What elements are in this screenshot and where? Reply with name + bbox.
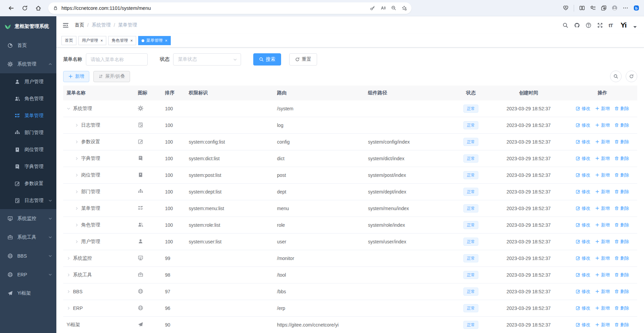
favorites-icon[interactable] xyxy=(590,5,596,11)
yi-account-logo[interactable]: Yi xyxy=(621,21,626,29)
password-key-icon[interactable] xyxy=(370,5,375,11)
add-action[interactable]: 新增 xyxy=(595,122,610,128)
home-icon[interactable] xyxy=(33,2,44,14)
caret-down-icon[interactable] xyxy=(632,24,638,30)
add-action[interactable]: 新增 xyxy=(595,289,610,295)
expand-children-icon[interactable] xyxy=(75,190,79,194)
sidebar-item-用户管理[interactable]: 用户管理 xyxy=(0,73,56,90)
expand-children-icon[interactable] xyxy=(75,173,79,177)
delete-action[interactable]: 删除 xyxy=(614,139,629,145)
sidebar-item-菜单管理[interactable]: 菜单管理 xyxy=(0,107,56,124)
refresh-icon[interactable] xyxy=(19,2,31,14)
read-aloud-icon[interactable] xyxy=(381,5,386,11)
tab-菜单管理[interactable]: 菜单管理× xyxy=(138,36,171,45)
edit-action[interactable]: 修改 xyxy=(576,172,590,178)
edit-action[interactable]: 修改 xyxy=(576,239,590,245)
sidebar-item-首页[interactable]: 首页 xyxy=(0,36,56,55)
expand-children-icon[interactable] xyxy=(75,223,79,227)
edit-action[interactable]: 修改 xyxy=(576,122,590,128)
add-button[interactable]: 新增 xyxy=(63,71,89,82)
add-action[interactable]: 新增 xyxy=(595,172,610,178)
sidebar-item-字典管理[interactable]: 字典管理 xyxy=(0,158,56,175)
breadcrumb-system[interactable]: 系统管理 xyxy=(92,22,111,28)
delete-action[interactable]: 删除 xyxy=(614,255,629,261)
delete-action[interactable]: 删除 xyxy=(614,205,629,211)
add-action[interactable]: 新增 xyxy=(595,205,610,211)
close-tab-icon[interactable]: × xyxy=(165,38,167,43)
edit-action[interactable]: 修改 xyxy=(576,305,590,311)
fullscreen-icon[interactable] xyxy=(597,22,603,28)
more-menu-icon[interactable] xyxy=(623,5,628,11)
github-icon[interactable] xyxy=(574,22,580,28)
delete-action[interactable]: 删除 xyxy=(614,239,629,245)
bing-chat-icon[interactable]: b xyxy=(633,5,639,11)
edit-action[interactable]: 修改 xyxy=(576,322,590,328)
delete-action[interactable]: 删除 xyxy=(614,122,629,128)
tab-用户管理[interactable]: 用户管理× xyxy=(78,36,106,45)
delete-action[interactable]: 删除 xyxy=(614,289,629,295)
expand-children-icon[interactable] xyxy=(67,290,71,294)
add-action[interactable]: 新增 xyxy=(595,255,610,261)
expand-children-icon[interactable] xyxy=(75,206,79,210)
toggle-search-button[interactable] xyxy=(610,71,622,82)
url-text[interactable]: https://ccnetcore.com:1101/system/menu xyxy=(61,5,367,11)
sidebar-item-BBS[interactable]: BBS xyxy=(0,246,56,265)
expand-children-icon[interactable] xyxy=(75,140,79,144)
expand-children-icon[interactable] xyxy=(75,123,79,127)
reset-button[interactable]: 重置 xyxy=(289,53,317,66)
collections-icon[interactable] xyxy=(601,5,607,11)
delete-action[interactable]: 删除 xyxy=(614,155,629,162)
close-tab-icon[interactable]: × xyxy=(100,38,103,43)
expand-children-icon[interactable] xyxy=(67,273,71,277)
sidebar-item-部门管理[interactable]: 部门管理 xyxy=(0,124,56,141)
add-action[interactable]: 新增 xyxy=(595,155,610,162)
add-favorite-icon[interactable] xyxy=(402,5,407,11)
font-size-icon[interactable]: tT xyxy=(609,22,613,28)
delete-action[interactable]: 删除 xyxy=(614,305,629,311)
delete-action[interactable]: 删除 xyxy=(614,172,629,178)
delete-action[interactable]: 删除 xyxy=(614,222,629,228)
delete-action[interactable]: 删除 xyxy=(614,272,629,278)
edit-action[interactable]: 修改 xyxy=(576,189,590,195)
add-action[interactable]: 新增 xyxy=(595,139,610,145)
edit-action[interactable]: 修改 xyxy=(576,255,590,261)
sidebar-item-参数设置[interactable]: 参数设置 xyxy=(0,175,56,192)
delete-action[interactable]: 删除 xyxy=(614,106,629,112)
add-action[interactable]: 新增 xyxy=(595,322,610,328)
search-button[interactable]: 搜索 xyxy=(253,53,281,66)
split-screen-icon[interactable] xyxy=(579,5,585,11)
address-bar[interactable]: https://ccnetcore.com:1101/system/menu xyxy=(48,2,411,14)
refresh-table-button[interactable] xyxy=(626,71,637,82)
sidebar-item-系统工具[interactable]: 系统工具 xyxy=(0,228,56,246)
sidebar-item-日志管理[interactable]: 日志管理 xyxy=(0,192,56,209)
add-action[interactable]: 新增 xyxy=(595,239,610,245)
edit-action[interactable]: 修改 xyxy=(576,139,590,145)
sidebar-item-系统监控[interactable]: 系统监控 xyxy=(0,209,56,228)
edit-action[interactable]: 修改 xyxy=(576,205,590,211)
sidebar-item-ERP[interactable]: ERP xyxy=(0,265,56,284)
sidebar-item-岗位管理[interactable]: 岗位管理 xyxy=(0,141,56,158)
add-action[interactable]: 新增 xyxy=(595,305,610,311)
status-select[interactable]: 菜单状态 xyxy=(173,53,241,66)
sidebar-item-角色管理[interactable]: 角色管理 xyxy=(0,90,56,107)
add-action[interactable]: 新增 xyxy=(595,222,610,228)
profile-avatar[interactable] xyxy=(612,5,618,11)
menu-name-input[interactable] xyxy=(86,53,148,66)
expand-children-icon[interactable] xyxy=(67,306,71,310)
close-tab-icon[interactable]: × xyxy=(130,38,133,43)
help-icon[interactable] xyxy=(586,22,591,28)
add-action[interactable]: 新增 xyxy=(595,106,610,112)
delete-action[interactable]: 删除 xyxy=(614,322,629,328)
sidebar-item-系统管理[interactable]: 系统管理 xyxy=(0,55,56,73)
add-action[interactable]: 新增 xyxy=(595,272,610,278)
back-icon[interactable] xyxy=(5,2,17,14)
collapse-children-icon[interactable] xyxy=(67,107,71,111)
edit-action[interactable]: 修改 xyxy=(576,106,590,112)
delete-action[interactable]: 删除 xyxy=(614,189,629,195)
expand-children-icon[interactable] xyxy=(67,256,71,260)
expand-collapse-button[interactable]: 展开/折叠 xyxy=(93,71,130,82)
add-action[interactable]: 新增 xyxy=(595,189,610,195)
edit-action[interactable]: 修改 xyxy=(576,289,590,295)
expand-children-icon[interactable] xyxy=(75,156,79,161)
browser-essentials-icon[interactable] xyxy=(563,5,569,11)
